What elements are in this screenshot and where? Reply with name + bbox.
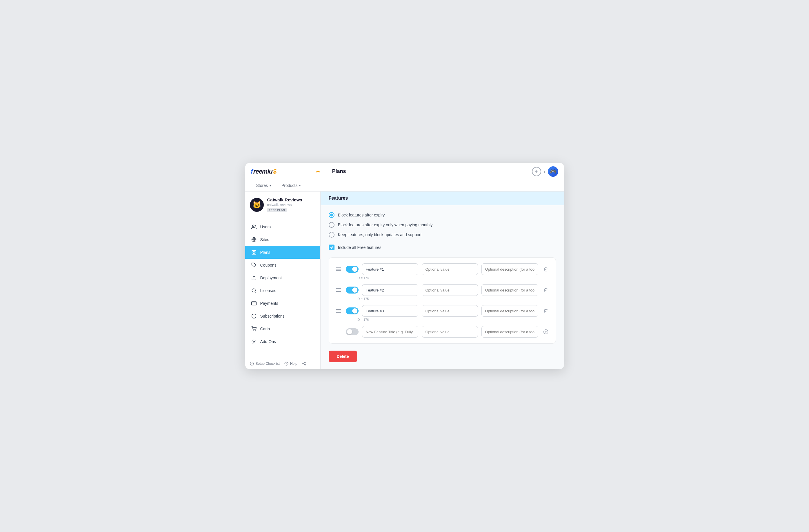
cart-icon (251, 326, 257, 332)
drag-line (336, 311, 341, 311)
sidebar-item-payments[interactable]: Payments (245, 297, 320, 310)
svg-line-10 (255, 291, 256, 292)
check-icon (330, 246, 333, 249)
feature-value-2[interactable] (422, 284, 478, 296)
sidebar-item-licenses[interactable]: Licenses (245, 284, 320, 297)
main-layout: 🐱 Catwalk Reviews catwalk-reviews FREE P… (245, 192, 564, 369)
features-card: ID = 174 (329, 257, 556, 344)
radio-block-monthly[interactable]: Block features after expiry only when pa… (329, 222, 556, 228)
drag-handle-3[interactable] (335, 308, 342, 314)
content-header: Features (321, 192, 564, 205)
users-icon (251, 224, 257, 230)
feature-title-1[interactable] (362, 263, 418, 275)
feature-toggle-2[interactable] (346, 287, 359, 294)
checklist-icon (250, 361, 254, 366)
deployment-label: Deployment (260, 276, 282, 280)
coupon-icon (251, 262, 257, 268)
svg-rect-5 (252, 253, 253, 254)
sidebar-item-carts[interactable]: Carts (245, 322, 320, 335)
sidebar-footer: Setup Checklist Help (245, 358, 320, 369)
new-feature-row (335, 326, 550, 338)
drag-line (336, 290, 341, 290)
drag-line (336, 309, 341, 310)
sidebar-item-users[interactable]: Users (245, 220, 320, 233)
new-feature-toggle[interactable] (346, 328, 359, 335)
sidebar-item-addons[interactable]: Add Ons (245, 335, 320, 348)
share-icon (302, 361, 306, 366)
share-link[interactable] (302, 361, 306, 366)
add-feature-button[interactable] (542, 328, 550, 336)
svg-point-16 (253, 331, 254, 331)
sidebar-item-sites[interactable]: Sites (245, 233, 320, 246)
svg-rect-4 (254, 250, 256, 252)
drag-handle-1[interactable] (335, 266, 342, 272)
product-slug: catwalk-reviews (267, 203, 302, 207)
radio-block-expiry[interactable]: Block features after expiry (329, 212, 556, 218)
free-plan-badge: FREE PLAN (267, 208, 287, 212)
subscriptions-icon (251, 313, 257, 319)
sidebar-item-coupons[interactable]: Coupons (245, 259, 320, 271)
new-feature-value[interactable] (422, 326, 478, 338)
radio-keep-features[interactable]: Keep features, only block updates and su… (329, 232, 556, 237)
logo: f reemiu $ (251, 168, 309, 175)
feature-toggle-1[interactable] (346, 266, 359, 273)
svg-line-26 (304, 363, 305, 363)
sidebar-item-plans[interactable]: Plans (245, 246, 320, 259)
help-link[interactable]: Help (285, 361, 297, 366)
feature-desc-1[interactable] (481, 263, 538, 275)
sun-icon[interactable]: ☀ (315, 168, 321, 175)
new-feature-title[interactable] (362, 326, 418, 338)
top-bar-left: f reemiu $ ☀ (251, 168, 326, 175)
globe-icon (251, 237, 257, 243)
drag-handle-2[interactable] (335, 287, 342, 293)
delete-feature-2[interactable] (542, 286, 550, 294)
plans-label: Plans (260, 250, 271, 255)
feature-title-2[interactable] (362, 284, 418, 296)
feature-row-1 (335, 263, 550, 275)
plans-icon (251, 249, 257, 255)
sidebar: 🐱 Catwalk Reviews catwalk-reviews FREE P… (245, 192, 321, 369)
subscriptions-label: Subscriptions (260, 314, 285, 318)
chevron-down-icon[interactable]: ▾ (544, 169, 546, 174)
feature-desc-2[interactable] (481, 284, 538, 296)
sidebar-item-subscriptions[interactable]: Subscriptions (245, 310, 320, 322)
new-feature-desc[interactable] (481, 326, 538, 338)
feature-desc-3[interactable] (481, 305, 538, 317)
checkbox-box (329, 245, 334, 250)
feature-value-1[interactable] (422, 263, 478, 275)
product-name: Catwalk Reviews (267, 197, 302, 202)
feature-title-3[interactable] (362, 305, 418, 317)
include-free-features-checkbox[interactable]: Include all Free features (329, 245, 556, 250)
avatar[interactable]: 🎮 (548, 166, 558, 177)
add-button[interactable]: + (532, 167, 541, 176)
content-area: Features Block features after expiry Blo… (321, 192, 564, 369)
stores-caret: ▾ (270, 184, 271, 187)
svg-point-17 (255, 331, 256, 331)
sidebar-item-deployment[interactable]: Deployment (245, 271, 320, 284)
delete-plan-button[interactable]: Delete (329, 351, 357, 362)
drag-line (336, 269, 341, 269)
setup-checklist[interactable]: Setup Checklist (250, 361, 280, 366)
products-caret: ▾ (299, 184, 300, 187)
tab-stores[interactable]: Stores ▾ (251, 180, 276, 191)
addons-icon (251, 339, 257, 344)
checklist-label: Setup Checklist (256, 361, 280, 366)
feature-value-3[interactable] (422, 305, 478, 317)
logo-text: f (251, 168, 253, 175)
radio-circle-1 (329, 212, 334, 218)
svg-point-0 (252, 225, 254, 227)
sidebar-nav: Users Sites (245, 218, 320, 358)
svg-point-22 (304, 362, 306, 363)
upload-icon (251, 275, 257, 281)
feature-toggle-3[interactable] (346, 307, 359, 314)
feature-row-3 (335, 305, 550, 317)
drag-line (336, 288, 341, 289)
licenses-label: Licenses (260, 288, 276, 293)
logo-dollar: $ (273, 168, 276, 175)
product-info: Catwalk Reviews catwalk-reviews FREE PLA… (267, 197, 302, 212)
delete-feature-3[interactable] (542, 307, 550, 315)
section-title: Features (329, 196, 556, 201)
delete-feature-1[interactable] (542, 265, 550, 273)
svg-point-9 (252, 289, 255, 292)
tab-products[interactable]: Products ▾ (276, 180, 306, 191)
